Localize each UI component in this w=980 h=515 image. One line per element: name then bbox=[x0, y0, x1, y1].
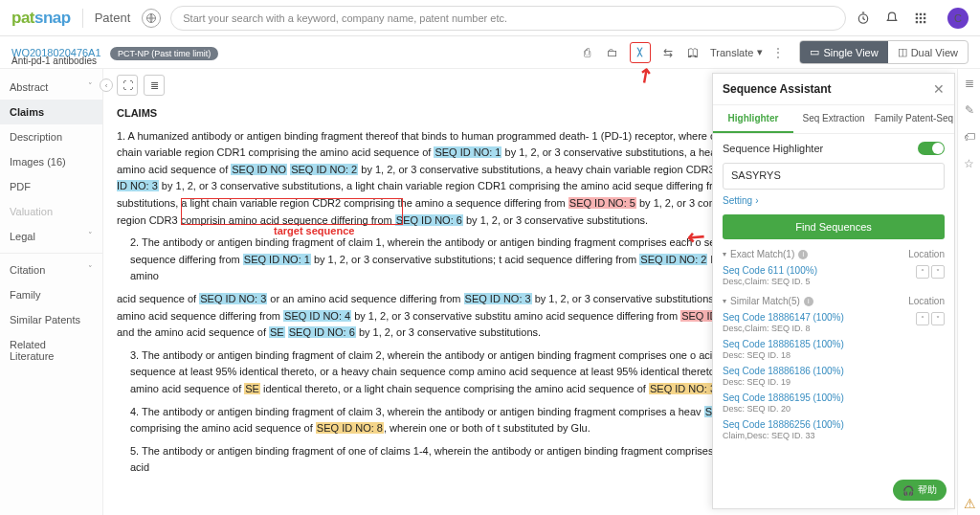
star-icon[interactable]: ☆ bbox=[963, 157, 976, 170]
help-icon: 🎧 bbox=[902, 485, 914, 496]
sidebar-item-description[interactable]: Description bbox=[0, 124, 102, 149]
match-code: Seq Code 18886256 (100%) bbox=[723, 419, 945, 430]
tab-seq-extraction[interactable]: Seq Extraction bbox=[793, 105, 874, 133]
more-menu[interactable]: ⋮ bbox=[772, 46, 784, 59]
sidebar-item-citation[interactable]: Citation˅ bbox=[0, 258, 102, 282]
info-icon[interactable]: i bbox=[804, 297, 813, 306]
tag-icon[interactable]: 🏷 bbox=[963, 130, 976, 144]
dual-view-icon: ◫ bbox=[898, 46, 907, 58]
svg-rect-8 bbox=[916, 20, 918, 22]
tab-highlighter[interactable]: Highlighter bbox=[713, 105, 793, 133]
chevron-down-icon: ˅ bbox=[88, 264, 93, 274]
globe-icon[interactable] bbox=[142, 9, 161, 28]
highlighter-icon[interactable]: ✎ bbox=[963, 103, 976, 117]
find-sequences-button[interactable]: Find Sequences bbox=[723, 214, 945, 239]
exact-match-header[interactable]: ▾Exact Match(1) i Location bbox=[723, 249, 945, 259]
sidebar-item-pdf[interactable]: PDF bbox=[0, 174, 102, 199]
similar-match-item[interactable]: Seq Code 18886256 (100%) Claim,Desc: SEQ… bbox=[723, 419, 945, 440]
translate-label: Translate bbox=[710, 47, 753, 58]
highlighter-toggle[interactable] bbox=[918, 142, 945, 155]
dual-view-button[interactable]: ◫ Dual View bbox=[888, 41, 968, 63]
next-location-button[interactable]: ˅ bbox=[931, 312, 945, 325]
fullscreen-button[interactable]: ⛶ bbox=[117, 75, 138, 96]
brand-logo[interactable]: patsnap bbox=[11, 9, 71, 28]
search-input[interactable]: Start your search with a keyword, compan… bbox=[170, 6, 846, 31]
setting-link[interactable]: Setting › bbox=[723, 195, 758, 206]
location-nav: ˄ ˅ bbox=[916, 312, 945, 325]
chevron-down-icon: ˅ bbox=[88, 81, 93, 91]
panel-header: Sequence Assistant ✕ bbox=[713, 74, 954, 105]
brand-part1: pat bbox=[11, 9, 34, 27]
list-view-button[interactable]: ≣ bbox=[144, 75, 165, 96]
sidebar-item-images[interactable]: Images (16) bbox=[0, 149, 102, 174]
avatar-initial: C bbox=[950, 11, 966, 26]
single-view-icon: ▭ bbox=[810, 46, 819, 58]
sub-bar: WO2018020476A1 PCT-NP (Past time limit) … bbox=[0, 36, 980, 69]
list-icon[interactable]: ≣ bbox=[963, 77, 976, 90]
similar-match-item[interactable]: Seq Code 18886185 (100%) Desc: SEQ ID. 1… bbox=[723, 339, 945, 360]
sidebar-item-valuation[interactable]: Valuation bbox=[0, 199, 102, 224]
location-label: Location bbox=[908, 296, 945, 306]
section-label[interactable]: Patent bbox=[95, 11, 131, 25]
prev-location-button[interactable]: ˄ bbox=[916, 312, 929, 325]
sidebar-item-family[interactable]: Family bbox=[0, 282, 102, 307]
svg-rect-7 bbox=[924, 16, 925, 18]
sidebar-item-legal[interactable]: Legal˅ bbox=[0, 224, 102, 249]
bell-icon[interactable] bbox=[884, 11, 900, 26]
avatar[interactable]: C bbox=[947, 8, 969, 29]
panel-tabs: Highlighter Seq Extraction Family Patent… bbox=[713, 105, 954, 134]
exact-match-item[interactable]: Seq Code 611 (100%) Desc,Claim: SEQ ID. … bbox=[723, 265, 817, 286]
right-rail: ≣ ✎ 🏷 ☆ bbox=[957, 69, 980, 515]
folder-icon[interactable]: 🗀 bbox=[605, 45, 620, 60]
sidebar-item-related-lit[interactable]: Related Literature bbox=[0, 332, 102, 369]
brand-part2: snap bbox=[34, 9, 71, 27]
sequence-input[interactable]: SASYRYS bbox=[723, 163, 945, 190]
status-tag: PCT-NP (Past time limit) bbox=[110, 47, 218, 60]
compare-icon[interactable]: ⇆ bbox=[660, 45, 676, 60]
collapse-icon: ▾ bbox=[723, 297, 726, 305]
svg-rect-6 bbox=[920, 16, 922, 18]
left-sidebar: ‹ Abstract˅ Claims Description Images (1… bbox=[0, 69, 103, 515]
warning-icon[interactable]: ⚠ bbox=[964, 496, 976, 511]
book-icon[interactable]: 🕮 bbox=[685, 45, 701, 60]
panel-title: Sequence Assistant bbox=[723, 82, 832, 96]
prev-location-button[interactable]: ˄ bbox=[916, 265, 929, 279]
setting-label: Setting bbox=[723, 195, 752, 206]
search-placeholder: Start your search with a keyword, compan… bbox=[183, 12, 507, 24]
collapse-icon: ▾ bbox=[723, 250, 726, 258]
top-bar: patsnap Patent Start your search with a … bbox=[0, 0, 980, 36]
stopwatch-icon[interactable] bbox=[856, 11, 871, 26]
patent-title: Anti-pd-1 antibodies bbox=[11, 56, 97, 66]
similar-match-item[interactable]: Seq Code 18886195 (100%) Desc: SEQ ID. 2… bbox=[723, 392, 945, 414]
grid-icon[interactable] bbox=[913, 11, 928, 26]
sequence-highlighter-label: Sequence Highlighter bbox=[723, 143, 823, 154]
sidebar-item-abstract[interactable]: Abstract˅ bbox=[0, 75, 102, 100]
exact-match-label: Exact Match(1) bbox=[730, 249, 794, 259]
match-code: Seq Code 18886185 (100%) bbox=[723, 339, 945, 349]
help-button[interactable]: 🎧 帮助 bbox=[893, 480, 947, 501]
similar-match-item[interactable]: Seq Code 18886147 (100%) Desc,Claim: SEQ… bbox=[723, 312, 844, 333]
next-location-button[interactable]: ˅ bbox=[931, 265, 945, 279]
match-code: Seq Code 18886195 (100%) bbox=[723, 392, 945, 403]
translate-button[interactable]: Translate ▾ bbox=[710, 46, 763, 58]
location-label: Location bbox=[908, 249, 945, 259]
find-sequences-label: Find Sequences bbox=[795, 221, 872, 233]
match-desc: Desc: SEQ ID. 19 bbox=[723, 377, 945, 387]
svg-rect-2 bbox=[916, 12, 918, 14]
sequence-assistant-button[interactable] bbox=[630, 42, 651, 63]
tab-family-patent-seq[interactable]: Family Patent-Seq bbox=[874, 105, 954, 133]
similar-match-item[interactable]: Seq Code 18886186 (100%) Desc: SEQ ID. 1… bbox=[723, 366, 945, 387]
download-pdf-icon[interactable]: ⎙ bbox=[580, 45, 595, 60]
similar-match-label: Similar Match(5) bbox=[730, 296, 800, 306]
sequence-assistant-panel: Sequence Assistant ✕ Highlighter Seq Ext… bbox=[712, 73, 955, 509]
single-view-button[interactable]: ▭ Single View bbox=[800, 41, 887, 63]
chevron-right-icon: › bbox=[755, 195, 758, 206]
sidebar-item-claims[interactable]: Claims bbox=[0, 100, 102, 124]
info-icon[interactable]: i bbox=[798, 250, 808, 259]
svg-rect-9 bbox=[920, 20, 922, 22]
sidebar-item-similar[interactable]: Similar Patents bbox=[0, 307, 102, 332]
content-tools: ⛶ ≣ bbox=[117, 75, 165, 96]
similar-match-header[interactable]: ▾Similar Match(5) i Location bbox=[723, 296, 945, 306]
match-desc: Desc: SEQ ID. 20 bbox=[723, 404, 945, 414]
close-icon[interactable]: ✕ bbox=[933, 81, 945, 97]
